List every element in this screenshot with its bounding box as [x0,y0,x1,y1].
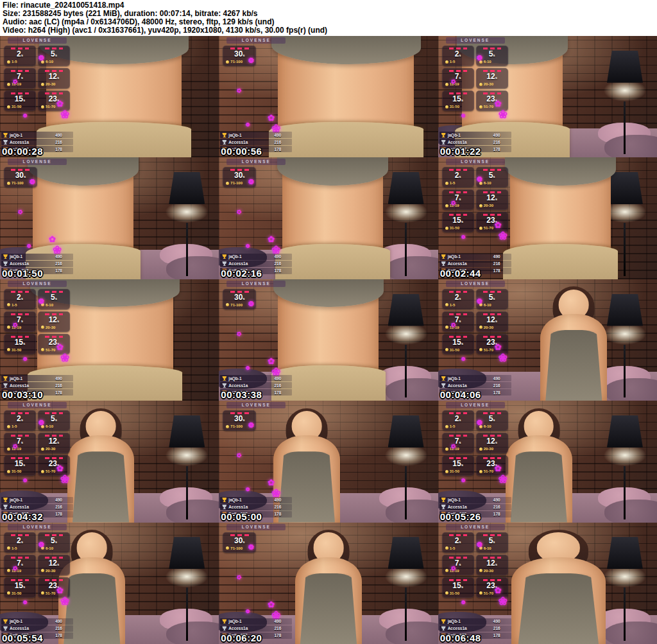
video-info-line: Video: h264 (High) (avc1 / 0x31637661), … [3,26,654,35]
flower-icon: ❀ [499,108,508,121]
coin-icon [479,348,482,351]
tipper-score: 490 [274,254,281,259]
trophy-icon [3,261,8,266]
lamp-shade [388,294,424,326]
tipper-score: 178 [55,147,62,152]
tip-menu-tile: 12s20-30 [476,311,508,332]
tipper-score: 216 [493,626,500,631]
tipper-score: 178 [493,268,500,273]
lamp-pole [624,101,626,155]
person-figure-abstract [278,36,414,157]
lamp-pole [624,587,626,641]
coin-icon [41,591,44,595]
video-thumbnail: LOVENSE 30s71-100 ❁ ✿ ❁ ✿ ❀ jaQb-1490Acc… [0,157,219,279]
timestamp-label: 00:05:54 [2,632,43,643]
flower-icon: ✿ [495,586,502,595]
tile-vibration-range: 1-5 [445,546,471,550]
tile-token-amount: 12s [479,73,505,82]
coin-icon [445,204,448,207]
trophy-icon [222,619,226,623]
tip-menu-tile: 12s20-30 [38,433,70,453]
butterfly-icon: ❁ [26,243,32,250]
video-thumbnail: LOVENSE 2s1-55s6-107s11-1912s20-3015s31-… [438,36,657,157]
tipper-score: 490 [493,133,500,137]
coin-icon [41,326,44,329]
tipper-name: Access1a [448,140,491,144]
timestamp-label: 00:04:06 [440,389,481,400]
floor-lamp-silhouette [166,537,208,644]
tile-token-amount: 5s [41,415,67,424]
tile-vibration-range: 1-5 [7,303,33,307]
tipper-name: Access1a [228,626,272,631]
coin-icon [226,60,229,64]
tile-vibration-range: 1-5 [445,303,471,307]
tile-token-amount: 12s [41,316,67,326]
coin-icon [7,105,10,109]
leaderboard-row: Access1a216 [220,261,292,267]
video-thumbnail: LOVENSE 2s1-55s6-107s11-1912s20-3015s31-… [0,279,219,401]
coin-icon [479,569,482,572]
video-thumbnail: LOVENSE 30s71-100 ❁ ✿ ❁ ✿ ❀ jaQb-1490Acc… [219,523,438,644]
flower-icon: ❀ [60,351,69,365]
tip-menu-tile: 15s31-50 [4,577,36,598]
tipper-name: jaQb-1 [448,619,491,623]
tile-token-amount: 7s [7,316,33,326]
tipper-name: Access1a [10,261,53,266]
leaderboard-row: Access1a216 [1,139,73,145]
lovense-overlay: LOVENSE 30s71-100 ❁ ✿ ❁ ✿ ❀ jaQb-1490Acc… [220,159,294,279]
tip-menu-tile: 12s20-30 [476,68,508,89]
tip-menu-tile: 7s11-19 [442,555,474,575]
trophy-icon [222,505,226,509]
lovense-banner: LOVENSE [226,281,286,287]
tipper-score: 490 [55,498,62,502]
coin-icon [7,546,10,550]
tipper-name: Access1a [10,383,53,388]
tile-vibration-range: 1-5 [445,181,471,185]
tile-token-amount: 7s [445,559,471,569]
coin-icon [7,470,10,473]
tipper-score: 178 [55,512,62,516]
timestamp-label: 00:05:26 [440,511,481,522]
lamp-glow [385,323,427,345]
tile-vibration-range: 11-19 [445,204,471,207]
tile-token-amount: 5s [41,293,67,303]
lamp-shade [388,537,424,569]
lovense-banner: LOVENSE [226,159,286,165]
lovense-banner: LOVENSE [226,402,286,408]
tip-menu-tile: 7s11-19 [442,311,474,332]
coin-icon [7,182,10,185]
tipper-score: 490 [274,376,281,381]
tip-menu-tile: 12s20-30 [476,433,508,453]
coin-icon [41,569,44,572]
coin-icon [445,105,448,109]
leaderboard-row: Access1a216 [1,261,73,267]
butterfly-icon: ✿ [17,208,24,216]
leaderboard-row: jaQb-1490 [220,132,292,138]
tip-menu: 30s71-100 [223,410,294,431]
tip-menu-tile: 12s20-30 [476,555,508,575]
coin-icon [41,470,44,473]
tile-token-amount: 12s [479,437,505,447]
tipper-score: 178 [493,512,500,516]
trophy-icon [3,498,8,502]
butterfly-icon: ❁ [245,608,252,615]
tile-vibration-range: 20-30 [41,82,67,86]
lovense-banner: LOVENSE [226,524,286,530]
tip-menu-tile: 2s1-5 [4,410,36,431]
tipper-name: Access1a [228,505,272,509]
tip-menu-tile: 2s1-5 [442,46,474,66]
tile-vibration-range: 31-50 [445,226,471,230]
leaderboard-row: Access1a216 [220,625,292,632]
flower-icon: ✿ [268,478,275,487]
coin-icon [7,348,10,351]
trophy-icon [222,498,226,502]
tipper-name: jaQb-1 [10,133,53,137]
tile-vibration-range: 20-30 [479,326,505,329]
tile-vibration-range: 11-19 [445,326,471,329]
lovense-overlay: LOVENSE 2s1-55s6-107s11-1912s20-3015s31-… [1,37,76,157]
butterfly-icon: ❁ [22,477,28,484]
trophy-icon [3,376,8,381]
coin-icon [226,303,229,306]
tile-vibration-range: 11-19 [7,447,33,451]
tip-menu-tile: 7s11-19 [4,555,36,575]
